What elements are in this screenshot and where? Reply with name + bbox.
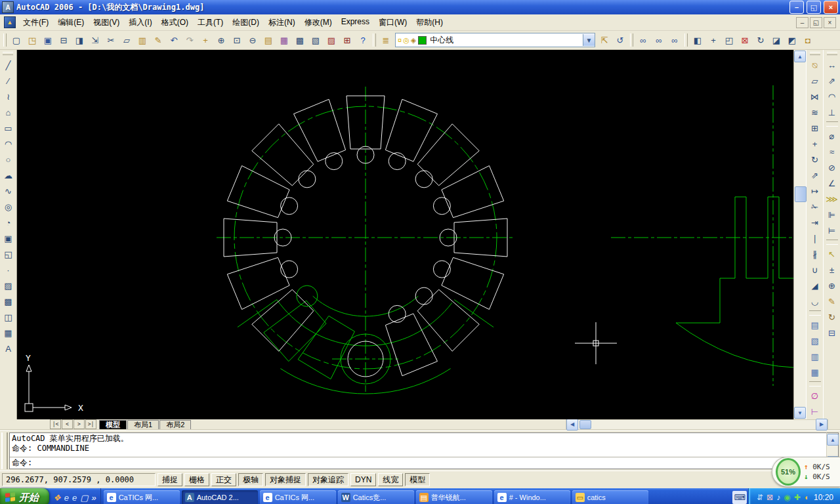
draworder-send-under[interactable]: ▦ [807,364,823,380]
network-activity-icon[interactable]: ⇵ [757,494,763,501]
tool-palettes-icon[interactable]: ▩ [292,32,308,48]
zoom-previous-icon[interactable]: ⊖ [245,32,261,48]
mdi-close-button[interactable]: × [824,17,836,28]
menu-item[interactable]: 格式(O) [157,15,193,30]
task-catics-web-1[interactable]: e CaTICs 网... [104,490,180,504]
task-word-catics[interactable]: W Catics竞... [338,490,414,504]
union-icon[interactable]: ◰ [721,32,737,48]
menu-item[interactable]: 窗口(W) [374,15,411,30]
quick-launch-ie2-icon[interactable]: e [72,493,77,503]
3d-align-icon[interactable]: ◩ [784,32,800,48]
publish-icon[interactable]: ⇲ [87,32,103,48]
slice-icon[interactable]: ◪ [768,32,784,48]
volume-icon[interactable]: ♪ [776,494,780,501]
scale-tool[interactable]: ⇗ [807,167,823,183]
antivirus-icon[interactable]: ✚ [794,494,801,501]
tab-layout2[interactable]: 布局2 [159,420,191,429]
qnew-icon[interactable]: ▢ [9,32,24,48]
3d-rotate-icon[interactable]: ↻ [753,32,768,48]
spline-tool[interactable]: ∿ [0,183,16,199]
toolbar-grip[interactable] [373,33,376,47]
ellipse-arc-tool[interactable]: ◔ [0,215,16,230]
linetype-control-icon[interactable]: ∞ [651,32,667,48]
separator[interactable] [809,310,821,316]
mdi-restore-button[interactable]: ◱ [810,17,822,28]
task-catics-web-2[interactable]: e CaTICs 网... [260,490,336,504]
layer-freeze-icon[interactable]: ◎ [403,37,410,44]
color-control-icon[interactable]: ∞ [635,32,651,48]
ordinate-dimension-tool[interactable]: ⊥ [824,104,840,120]
tab-nav-button[interactable]: >| [85,419,96,429]
subtract-icon[interactable]: ⊠ [737,32,753,48]
paste-icon[interactable]: ▥ [135,32,150,48]
input-method-icon[interactable]: ⌨ [732,491,747,504]
copy-icon[interactable]: ▱ [119,32,135,48]
help-icon[interactable]: ? [355,32,371,48]
extend-tool[interactable]: ⇥ [807,215,823,230]
toolbar-grip[interactable] [630,33,633,47]
save-icon[interactable]: ▣ [40,32,56,48]
otrack-toggle[interactable]: 对象追踪 [308,473,348,486]
network-disconnected-icon[interactable]: ⊠ [766,494,773,501]
continue-dimension-tool[interactable]: ⊨ [824,222,840,238]
make-block-tool[interactable]: ◱ [0,246,16,262]
task-autocad[interactable]: A AutoCAD 2... [182,490,258,504]
layer-on-icon[interactable]: ¤ [398,37,402,44]
extrude-icon[interactable]: ◧ [690,32,705,48]
menu-item[interactable]: 编辑(E) [53,15,89,30]
chevron-down-icon[interactable]: ▼ [583,34,595,46]
vertical-scrollbar[interactable]: ▲ ▼ [793,50,806,419]
tab-layout1[interactable]: 布局1 [127,420,159,429]
move-tool[interactable]: + [807,136,823,152]
separator[interactable] [809,381,821,387]
net-speed-widget[interactable]: 51% ↑ 0K/S ↓ 0K/S [772,457,840,487]
revision-cloud-tool[interactable]: ☁ [0,167,16,183]
scroll-right-button[interactable]: ▶ [816,419,828,430]
dimension-edit-tool[interactable]: ✎ [824,293,840,309]
toolbar-grip[interactable] [810,52,820,55]
zoom-realtime-icon[interactable]: ⊕ [213,32,229,48]
dimension-update-tool[interactable]: ↻ [824,309,840,325]
quick-leader-tool[interactable]: ↖ [824,246,840,262]
chamfer-tool[interactable]: ◢ [807,278,823,293]
diameter-dimension-tool[interactable]: ⊘ [824,159,840,175]
angular-dimension-tool[interactable]: ∠ [824,175,840,191]
layer-properties-manager-icon[interactable]: ≣ [378,32,394,48]
task-ie-window[interactable]: e # - Windo... [494,490,570,504]
menu-item[interactable]: 标注(N) [264,15,300,30]
break-tool[interactable]: ∦ [807,246,823,262]
lineweight-toggle[interactable]: 线宽 [378,473,403,486]
tolerance-tool[interactable]: ± [824,262,840,278]
make-object-layer-current-icon[interactable]: ⇱ [597,32,612,48]
start-button[interactable]: 开始 [0,488,49,504]
linear-dimension-tool[interactable]: ↔ [824,57,840,73]
array-tool[interactable]: ⊞ [807,120,823,136]
sheetset-manager-icon[interactable]: ▧ [308,32,324,48]
separator[interactable] [826,121,838,127]
designcenter-icon[interactable]: ▦ [276,32,292,48]
mirror-tool[interactable]: ⋈ [807,89,823,104]
polar-toggle[interactable]: 极轴 [238,473,263,486]
offset-tool[interactable]: ≋ [807,104,823,120]
menu-item[interactable]: 插入(I) [124,15,156,30]
pan-icon[interactable]: + [198,32,213,48]
separator[interactable] [826,240,838,245]
insert-block-tool[interactable]: ▣ [0,230,16,246]
mdi-minimize-button[interactable]: – [796,17,808,28]
layer-dropdown[interactable]: ¤◎◈ 中心线 ▼ [395,33,595,47]
model-toggle[interactable]: 模型 [405,473,430,486]
menu-item[interactable]: 工具(T) [193,15,228,30]
qq-icon[interactable]: ◖ [804,494,808,501]
cad-drawing[interactable]: YX [17,50,793,419]
horizontal-scrollbar[interactable]: ◀ ▶ [566,419,828,430]
polyline-tool[interactable]: ≀ [0,89,16,104]
task-folder-catics[interactable]: ▭ catics [572,490,648,504]
layer-previous-icon[interactable]: ↺ [612,32,628,48]
gradient-tool[interactable]: ▩ [0,293,16,309]
quick-launch-desktop-icon[interactable]: ▢ [80,493,88,503]
snap-toggle[interactable]: 捕捉 [158,473,182,486]
multiline-text-tool[interactable]: A [0,341,16,356]
dyn-toggle[interactable]: DYN [350,473,376,486]
center-mark-tool[interactable]: ⊕ [824,278,840,293]
hatch-tool[interactable]: ▨ [0,278,16,293]
